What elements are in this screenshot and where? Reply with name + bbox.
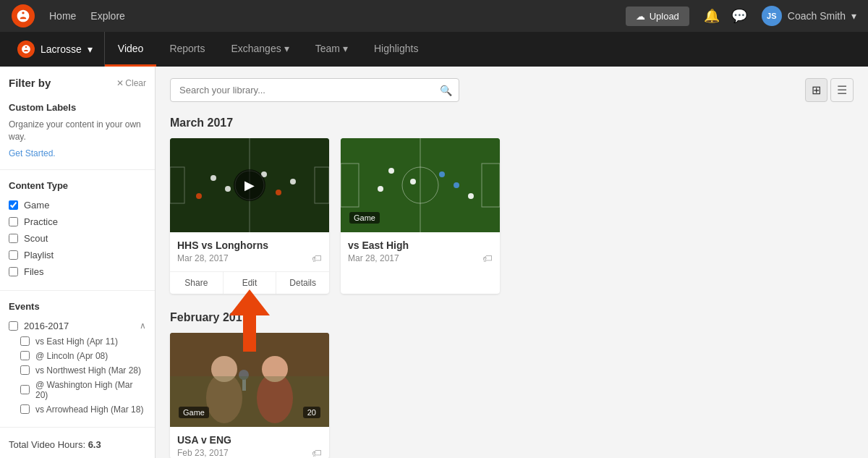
tag-icon[interactable]: 🏷: [312, 253, 322, 264]
content-type-files[interactable]: Files: [9, 263, 146, 280]
tag-icon[interactable]: 🏷: [482, 253, 493, 264]
playlist-checkbox[interactable]: [9, 250, 18, 260]
list-item[interactable]: @ Washington High (Mar 20): [9, 378, 146, 402]
chevron-down-icon: ▾: [284, 43, 289, 54]
practice-checkbox[interactable]: [9, 217, 18, 226]
list-view-button[interactable]: ☰: [830, 78, 854, 102]
events-title: Events: [9, 301, 40, 312]
main-layout: Filter by ✕ Clear Custom Labels Organize…: [0, 67, 868, 458]
video-thumbnail: ▶: [170, 138, 329, 232]
video-date: Mar 28, 2017 🏷: [177, 253, 322, 264]
custom-labels-section: Custom Labels Organize your content in y…: [0, 95, 155, 166]
content-type-playlist[interactable]: Playlist: [9, 247, 146, 263]
custom-labels-title: Custom Labels: [9, 102, 146, 113]
svg-point-18: [378, 186, 383, 192]
tutorial-arrow: [229, 289, 270, 352]
view-toggle: ⊞ ☰: [805, 78, 854, 102]
search-icon[interactable]: 🔍: [440, 85, 452, 96]
video-date: Mar 28, 2017 🏷: [348, 253, 493, 264]
files-checkbox[interactable]: [9, 267, 18, 276]
svg-point-19: [439, 171, 445, 177]
content-toolbar: 🔍 ⊞ ☰: [170, 78, 854, 102]
video-thumbnail: Game: [341, 138, 500, 232]
explore-nav-link[interactable]: Explore: [90, 10, 124, 22]
tag-icon[interactable]: 🏷: [312, 447, 322, 458]
chevron-down-icon: ▾: [851, 10, 856, 22]
divider: [0, 427, 155, 428]
video-title: HHS vs Longhorns: [177, 239, 322, 251]
share-button[interactable]: Share: [170, 272, 224, 294]
home-nav-link[interactable]: Home: [49, 10, 76, 22]
collapse-icon[interactable]: ∧: [140, 321, 146, 331]
divider: [0, 290, 155, 291]
content-type-game[interactable]: Game: [9, 197, 146, 213]
app-logo[interactable]: [12, 4, 35, 27]
content-type-section: Content Type Game Practice Scout Playlis…: [0, 173, 155, 287]
sport-logo: [17, 41, 35, 58]
video-card[interactable]: Game vs East High Mar 28, 2017 🏷: [341, 138, 500, 294]
avatar: JS: [762, 6, 782, 26]
tab-team[interactable]: Team ▾: [302, 32, 361, 67]
upload-icon: ☁: [636, 11, 645, 22]
search-input[interactable]: [170, 78, 459, 102]
filter-header: Filter by ✕ Clear: [0, 67, 155, 95]
grid-view-button[interactable]: ⊞: [805, 78, 827, 102]
content-area: 🔍 ⊞ ☰ March 2017: [156, 67, 868, 458]
filter-title: Filter by: [9, 77, 51, 89]
tab-highlights[interactable]: Highlights: [361, 32, 431, 67]
list-item[interactable]: @ Lincoln (Apr 08): [9, 349, 146, 363]
video-title: vs East High: [348, 239, 493, 251]
arrow-head: [229, 289, 270, 315]
video-info: vs East High Mar 28, 2017 🏷: [341, 232, 500, 264]
event-checkbox[interactable]: [20, 404, 30, 414]
search-box: 🔍: [170, 78, 459, 102]
user-menu[interactable]: JS Coach Smith ▾: [762, 6, 856, 26]
clear-filter-button[interactable]: ✕ Clear: [116, 78, 146, 88]
content-type-scout[interactable]: Scout: [9, 230, 146, 247]
scout-checkbox[interactable]: [9, 234, 18, 243]
svg-rect-30: [170, 376, 329, 427]
video-title: USA v ENG: [177, 434, 322, 446]
video-info: HHS vs Longhorns Mar 28, 2017 🏷: [170, 232, 329, 264]
list-item[interactable]: vs East High (Apr 11): [9, 334, 146, 349]
svg-point-16: [388, 168, 394, 174]
messages-button[interactable]: 💬: [731, 8, 747, 24]
tab-reports[interactable]: Reports: [156, 32, 218, 67]
get-started-link[interactable]: Get Started.: [9, 148, 56, 158]
video-grid: Game 20 USA v ENG Feb 23, 2017 🏷: [170, 333, 854, 458]
upload-button[interactable]: ☁ Upload: [626, 7, 689, 26]
video-card[interactable]: ▶ HHS vs Longhorns Mar 28, 2017 🏷 Share: [170, 138, 329, 294]
game-checkbox[interactable]: [9, 200, 18, 210]
section-date: March 2017: [170, 116, 854, 130]
divider: [0, 169, 155, 170]
close-icon: ✕: [116, 78, 124, 88]
season-checkbox-item[interactable]: 2016-2017 ∧: [9, 318, 146, 334]
sub-nav-tabs: Video Reports Exchanges ▾ Team ▾ Highlig…: [105, 32, 432, 67]
tab-exchanges[interactable]: Exchanges ▾: [218, 32, 302, 67]
play-button[interactable]: ▶: [234, 169, 265, 201]
top-navigation: Home Explore ☁ Upload 🔔 💬 JS Coach Smith…: [0, 0, 868, 32]
content-type-practice[interactable]: Practice: [9, 213, 146, 230]
list-item[interactable]: vs Arrowhead High (Mar 18): [9, 402, 146, 417]
event-checkbox[interactable]: [20, 385, 30, 394]
sport-selector[interactable]: Lacrosse ▾: [12, 32, 105, 67]
user-name: Coach Smith: [788, 10, 846, 22]
event-checkbox[interactable]: [20, 365, 30, 375]
total-hours: Total Video Hours: 6.3: [0, 431, 155, 458]
section-february-2017: February 2017: [170, 311, 854, 458]
details-button[interactable]: Details: [276, 272, 329, 294]
content-type-title: Content Type: [9, 180, 146, 191]
section-march-2017: March 2017: [170, 116, 854, 294]
event-checkbox[interactable]: [20, 351, 30, 360]
arrow-body: [243, 315, 256, 352]
video-date: Feb 23, 2017 🏷: [177, 447, 322, 458]
list-item[interactable]: vs Northwest High (Mar 28): [9, 363, 146, 378]
video-info: USA v ENG Feb 23, 2017 🏷: [170, 427, 329, 458]
video-grid: ▶ HHS vs Longhorns Mar 28, 2017 🏷 Share: [170, 138, 854, 294]
event-checkbox[interactable]: [20, 336, 30, 346]
season-checkbox[interactable]: [9, 321, 18, 331]
tab-video[interactable]: Video: [105, 32, 157, 67]
sub-navigation: Lacrosse ▾ Video Reports Exchanges ▾ Tea…: [0, 32, 868, 67]
notifications-button[interactable]: 🔔: [704, 8, 720, 24]
svg-point-17: [410, 179, 416, 185]
